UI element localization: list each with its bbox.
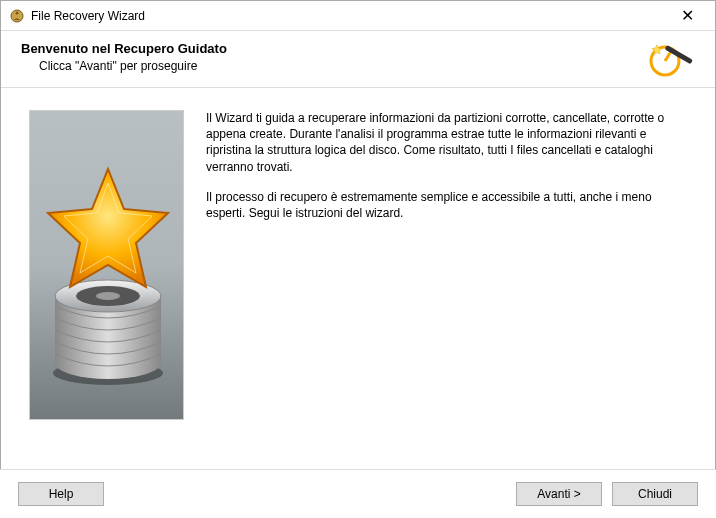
paragraph-2: Il processo di recupero è estremamente s… [206,189,689,221]
svg-marker-12 [48,169,168,287]
svg-point-1 [16,11,19,14]
close-icon[interactable]: ✕ [667,1,707,31]
paragraph-1: Il Wizard ti guida a recuperare informaz… [206,110,689,175]
close-button[interactable]: Chiudi [612,482,698,506]
titlebar: File Recovery Wizard ✕ [1,1,715,31]
content-area: Il Wizard ti guida a recuperare informaz… [1,88,715,430]
page-subtitle: Clicca "Avanti" per proseguire [39,59,695,73]
window-title: File Recovery Wizard [31,9,667,23]
svg-point-11 [96,292,120,300]
help-button[interactable]: Help [18,482,104,506]
page-title: Benvenuto nel Recupero Guidato [21,41,695,56]
app-icon [9,8,25,24]
wizard-header: Benvenuto nel Recupero Guidato Clicca "A… [1,31,715,87]
footer: Help Avanti > Chiudi [0,469,716,518]
body-text: Il Wizard ti guida a recuperare informaz… [184,110,695,420]
wand-icon [647,39,697,81]
next-button[interactable]: Avanti > [516,482,602,506]
illustration [29,110,184,420]
